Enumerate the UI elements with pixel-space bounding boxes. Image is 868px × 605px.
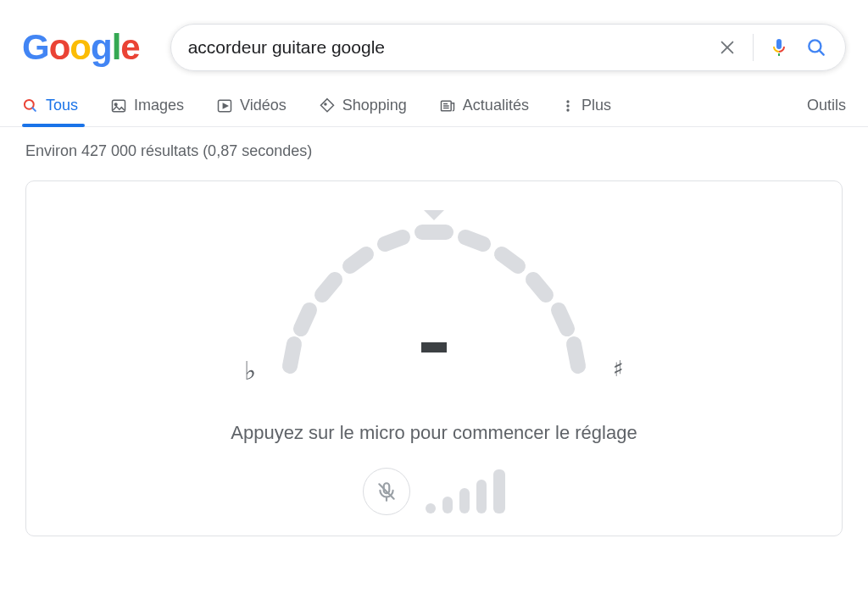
google-logo[interactable]: Google [22,30,140,65]
result-stats: Environ 427 000 résultats (0,87 secondes… [0,127,868,160]
svg-line-3 [819,50,823,54]
tuner-instruction: Appuyez sur le micro pour commencer le r… [231,422,637,444]
all-icon [22,97,39,114]
svg-line-26 [533,280,546,295]
svg-point-16 [566,108,569,111]
svg-marker-17 [424,210,444,220]
audio-level-bars [426,469,505,513]
tab-videos-label: Vidéos [240,97,287,114]
tab-shopping[interactable]: Shopping [319,97,407,126]
search-tabs: Tous Images Vidéos Shopping Actualités P… [0,71,868,127]
news-icon [439,97,456,114]
svg-line-24 [465,237,483,244]
svg-point-15 [566,104,569,107]
tab-all[interactable]: Tous [22,97,78,126]
tab-more-label: Plus [581,97,611,114]
search-submit-icon[interactable] [804,36,828,59]
divider [753,34,754,61]
image-icon [110,97,127,114]
shopping-icon [319,97,336,114]
flat-symbol: ♭ [244,356,256,386]
svg-line-27 [559,310,567,329]
microphone-button[interactable] [363,468,410,515]
tuner-card: ♭ ♯ Appuyez sur le micro pour commencer … [25,180,843,536]
svg-line-25 [502,254,518,266]
tab-images[interactable]: Images [110,97,184,126]
voice-search-icon[interactable] [767,36,791,59]
search-input[interactable] [188,37,702,58]
tab-images-label: Images [134,97,184,114]
sharp-symbol: ♯ [613,356,624,382]
svg-point-14 [566,100,569,103]
tools-link[interactable]: Outils [807,97,846,126]
svg-line-20 [322,280,335,295]
tab-news-label: Actualités [463,97,529,114]
tab-news[interactable]: Actualités [439,97,529,126]
svg-point-7 [114,103,117,106]
tab-videos[interactable]: Vidéos [216,97,287,126]
svg-line-28 [574,344,578,366]
mic-muted-icon [376,480,398,502]
svg-line-22 [385,237,403,244]
svg-line-5 [32,108,36,111]
svg-rect-6 [113,100,125,111]
tuner-dial: ♭ ♯ [214,210,654,397]
tab-shopping-label: Shopping [342,97,407,114]
svg-line-18 [290,344,294,366]
svg-line-19 [301,310,309,329]
tab-more[interactable]: Plus [561,97,611,126]
tab-all-label: Tous [46,97,78,114]
mic-control-row [363,468,505,515]
clear-icon[interactable] [715,36,739,59]
svg-line-21 [350,254,366,266]
video-icon [216,97,233,114]
search-bar [170,24,846,71]
more-icon [561,97,575,114]
tuner-center-indicator [421,342,447,352]
svg-point-9 [325,103,326,104]
header: Google [0,0,868,71]
